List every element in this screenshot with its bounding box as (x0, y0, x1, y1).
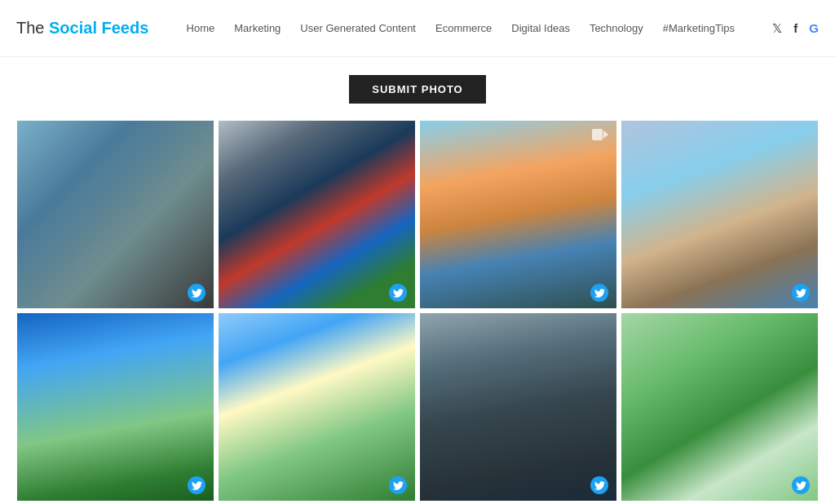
twitter-badge-photo-7 (590, 476, 608, 494)
photo-cell-photo-8[interactable] (621, 313, 818, 501)
photo-bg-photo-4 (621, 121, 818, 308)
svg-marker-1 (603, 130, 608, 139)
photo-bg-photo-1 (17, 121, 214, 308)
submit-photo-button[interactable]: SUBMIT PHOTO (349, 75, 485, 104)
twitter-badge-photo-3 (590, 284, 608, 302)
photo-bg-photo-7 (420, 313, 616, 501)
photo-bg-photo-5 (17, 313, 214, 501)
main-nav: HomeMarketingUser Generated ContentEcomm… (187, 22, 735, 34)
twitter-badge-photo-5 (188, 476, 205, 494)
logo-brand: Social Feeds (49, 19, 148, 37)
twitter-badge-photo-8 (792, 476, 810, 494)
site-logo[interactable]: The Social Feeds (16, 19, 148, 38)
photo-cell-photo-6[interactable] (219, 313, 415, 501)
nav-item-technology[interactable]: Technology (590, 22, 643, 34)
logo-prefix: The (16, 19, 49, 37)
photo-cell-photo-4[interactable] (621, 121, 818, 308)
twitter-social-link[interactable]: 𝕏 (772, 21, 782, 36)
photo-cell-photo-3[interactable] (420, 121, 616, 308)
twitter-badge-photo-4 (792, 284, 810, 302)
nav-item-ecommerce[interactable]: Ecommerce (435, 22, 492, 34)
photo-cell-photo-7[interactable] (420, 313, 616, 501)
site-header: The Social Feeds HomeMarketingUser Gener… (0, 0, 835, 57)
nav-item-marketing-tips[interactable]: #MarketingTips (663, 22, 735, 34)
photo-bg-photo-2 (219, 121, 415, 308)
google-social-link[interactable]: G (809, 21, 819, 35)
twitter-badge-photo-2 (389, 284, 407, 302)
social-links: 𝕏 f G (772, 21, 819, 36)
svg-rect-0 (592, 129, 603, 140)
photo-grid (0, 118, 835, 504)
nav-item-digital-ideas[interactable]: Digital Ideas (511, 22, 570, 34)
submit-area: SUBMIT PHOTO (0, 57, 835, 118)
facebook-social-link[interactable]: f (793, 21, 797, 35)
nav-item-home[interactable]: Home (187, 22, 215, 34)
photo-cell-photo-5[interactable] (17, 313, 214, 501)
video-icon-photo-3 (592, 127, 608, 144)
photo-bg-photo-3 (420, 121, 616, 308)
twitter-badge-photo-6 (389, 476, 407, 494)
photo-cell-photo-1[interactable] (17, 121, 214, 308)
photo-cell-photo-2[interactable] (219, 121, 415, 308)
nav-item-marketing[interactable]: Marketing (234, 22, 281, 34)
photo-bg-photo-8 (621, 313, 818, 501)
photo-bg-photo-6 (219, 313, 415, 501)
twitter-badge-photo-1 (188, 284, 205, 302)
nav-item-ugc[interactable]: User Generated Content (300, 22, 416, 34)
